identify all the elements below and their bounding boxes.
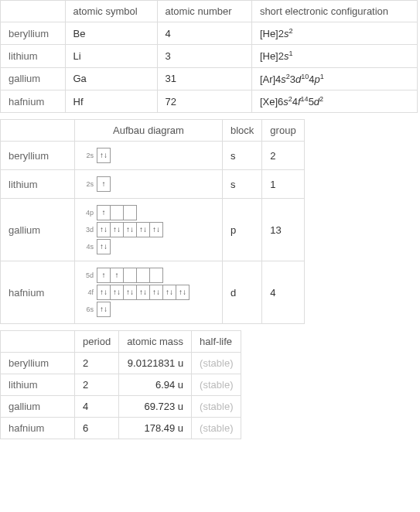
orbital-label: 3d — [83, 226, 94, 234]
table-row: lithium26.94 u(stable) — [1, 374, 241, 396]
orbital-row: 2s↑↓ — [83, 148, 214, 163]
period: 6 — [75, 418, 119, 439]
atomic-number: 31 — [157, 67, 251, 90]
table-row: lithium2s↑s1 — [1, 170, 305, 199]
period-mass-table: period atomic mass half-life beryllium29… — [0, 330, 241, 439]
table-row: berylliumBe4[He]2s2 — [1, 22, 418, 45]
aufbau-table: Aufbau diagram block group beryllium2s↑↓… — [0, 119, 305, 324]
orbital-box — [136, 268, 150, 283]
group: 1 — [262, 170, 304, 199]
orbital-row: 4f↑↓↑↓↑↓↑↓↑↓↑↓↑↓ — [83, 285, 214, 300]
col-group: group — [262, 120, 304, 142]
orbital-box: ↑↓ — [136, 285, 150, 300]
orbital-row: 4p↑ — [83, 205, 214, 220]
element-name: gallium — [1, 199, 75, 261]
orbital-box — [123, 205, 137, 220]
period: 2 — [75, 353, 119, 374]
element-name: beryllium — [1, 22, 66, 45]
half-life: (stable) — [192, 418, 241, 439]
orbital-label: 4s — [83, 243, 94, 251]
orbital-box: ↑↓ — [149, 222, 163, 237]
orbital-label: 6s — [83, 305, 94, 313]
orbital-box: ↑ — [97, 205, 111, 220]
block: s — [223, 142, 262, 170]
orbital-box: ↑↓ — [97, 239, 111, 254]
orbital-box — [149, 268, 163, 283]
atomic-mass: 69.723 u — [119, 396, 192, 418]
orbital-row: 4s↑↓ — [83, 239, 214, 254]
orbital-box: ↑ — [97, 268, 111, 283]
aufbau-diagram: 2s↑↓ — [75, 142, 223, 170]
group: 2 — [262, 142, 304, 170]
orbital-box: ↑↓ — [176, 285, 190, 300]
block: p — [223, 199, 262, 261]
atomic-symbol: Li — [65, 45, 157, 67]
table-row: gallium469.723 u(stable) — [1, 396, 241, 418]
element-name: gallium — [1, 67, 66, 90]
table-row: gallium4p↑3d↑↓↑↓↑↓↑↓↑↓4s↑↓p13 — [1, 199, 305, 261]
orbital-label: 2s — [83, 152, 94, 159]
orbital-box: ↑ — [97, 176, 111, 192]
col-half-life: half-life — [192, 331, 241, 353]
aufbau-diagram: 2s↑ — [75, 170, 223, 199]
orbital-box: ↑↓ — [123, 285, 137, 300]
block: s — [223, 170, 262, 199]
atomic-number: 72 — [157, 90, 251, 112]
atomic-symbol: Ga — [65, 67, 157, 90]
header-row: period atomic mass half-life — [1, 331, 241, 353]
orbital-box: ↑↓ — [97, 302, 111, 317]
element-name: beryllium — [1, 142, 75, 170]
orbital-row: 3d↑↓↑↓↑↓↑↓↑↓ — [83, 222, 214, 237]
table-row: hafnium6178.49 u(stable) — [1, 418, 241, 439]
group: 13 — [262, 199, 304, 261]
electron-config: [Ar]4s23d104p1 — [251, 67, 417, 90]
element-name: hafnium — [1, 261, 75, 324]
orbital-label: 5d — [83, 271, 94, 279]
element-name: hafnium — [1, 90, 66, 112]
col-period: period — [75, 331, 119, 353]
atomic-mass: 9.0121831 u — [119, 353, 192, 374]
orbital-row: 5d↑↑ — [83, 268, 214, 283]
orbital-label: 4p — [83, 209, 94, 217]
orbital-box: ↑↓ — [97, 285, 111, 300]
col-atomic-symbol: atomic symbol — [65, 1, 157, 22]
orbital-box: ↑↓ — [149, 285, 163, 300]
orbital-box: ↑↓ — [136, 222, 150, 237]
element-name: lithium — [1, 170, 75, 199]
orbital-box: ↑ — [110, 268, 124, 283]
aufbau-diagram: 5d↑↑4f↑↓↑↓↑↓↑↓↑↓↑↓↑↓6s↑↓ — [75, 261, 223, 324]
table-row: hafniumHf72[Xe]6s24f145d2 — [1, 90, 418, 112]
col-atomic-number: atomic number — [157, 1, 251, 22]
orbital-box: ↑↓ — [110, 285, 124, 300]
orbital-box — [123, 268, 137, 283]
col-aufbau: Aufbau diagram — [75, 120, 223, 142]
table-row: beryllium2s↑↓s2 — [1, 142, 305, 170]
electron-config: [He]2s2 — [251, 22, 417, 45]
table-row: galliumGa31[Ar]4s23d104p1 — [1, 67, 418, 90]
aufbau-diagram: 4p↑3d↑↓↑↓↑↓↑↓↑↓4s↑↓ — [75, 199, 223, 261]
col-block: block — [223, 120, 262, 142]
atomic-mass: 178.49 u — [119, 418, 192, 439]
atomic-number: 4 — [157, 22, 251, 45]
col-mass: atomic mass — [119, 331, 192, 353]
element-name: gallium — [1, 396, 75, 418]
electron-config: [Xe]6s24f145d2 — [251, 90, 417, 112]
header-row: Aufbau diagram block group — [1, 120, 305, 142]
block: d — [223, 261, 262, 324]
atomic-mass: 6.94 u — [119, 374, 192, 396]
empty-header — [1, 331, 75, 353]
half-life: (stable) — [192, 353, 241, 374]
empty-header — [1, 1, 66, 22]
table-row: lithiumLi3[He]2s1 — [1, 45, 418, 67]
orbital-box: ↑↓ — [97, 222, 111, 237]
orbital-box: ↑↓ — [162, 285, 176, 300]
element-name: lithium — [1, 374, 75, 396]
header-row: atomic symbol atomic number short electr… — [1, 1, 418, 22]
atomic-symbol: Be — [65, 22, 157, 45]
table-row: beryllium29.0121831 u(stable) — [1, 353, 241, 374]
element-name: hafnium — [1, 418, 75, 439]
half-life: (stable) — [192, 396, 241, 418]
element-name: lithium — [1, 45, 66, 67]
orbital-label: 4f — [83, 288, 94, 296]
electron-config: [He]2s1 — [251, 45, 417, 67]
